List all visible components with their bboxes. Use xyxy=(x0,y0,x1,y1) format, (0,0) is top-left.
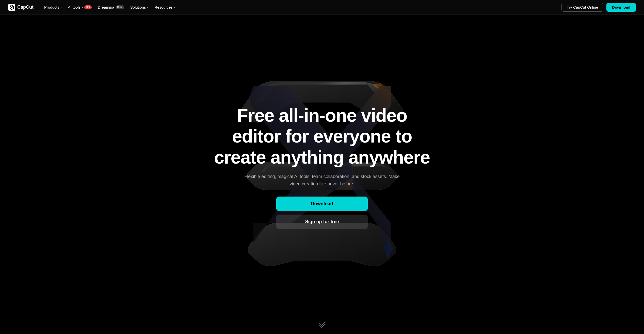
try-capcut-button[interactable]: Try CapCut Online xyxy=(561,3,604,12)
hero-content: Free all-in-one video editor for everyon… xyxy=(208,105,436,229)
nav-right: Try CapCut Online Download xyxy=(561,3,636,12)
nav-item-products[interactable]: Products ▾ xyxy=(42,4,64,11)
nav-item-dreamina[interactable]: Dreamina Beta xyxy=(95,4,127,11)
logo[interactable]: CapCut xyxy=(8,4,34,11)
navbar: CapCut Products ▾ AI tools ▾ Hot Dreamin… xyxy=(0,0,644,15)
hero-signup-button[interactable]: Sign up for free xyxy=(276,215,368,229)
beta-badge: Beta xyxy=(116,5,124,9)
hot-badge: Hot xyxy=(84,5,92,9)
nav-item-solutions[interactable]: Solutions ▾ xyxy=(128,4,151,11)
hero-download-button[interactable]: Download xyxy=(276,197,368,211)
nav-link-resources[interactable]: Resources ▾ xyxy=(152,4,178,11)
nav-item-ai-tools[interactable]: AI tools ▾ Hot xyxy=(65,4,94,11)
hero-subtitle: Flexible editing, magical AI tools, team… xyxy=(243,173,401,188)
nav-menu: Products ▾ AI tools ▾ Hot Dreamina Beta xyxy=(42,4,178,11)
nav-link-products[interactable]: Products ▾ xyxy=(42,4,64,11)
chevron-down-icon: ▾ xyxy=(174,6,175,9)
chevron-down-icon: ▾ xyxy=(147,6,148,9)
nav-download-button[interactable]: Download xyxy=(606,3,636,12)
nav-link-dreamina[interactable]: Dreamina Beta xyxy=(95,4,127,11)
hero-section: Free all-in-one video editor for everyon… xyxy=(0,0,644,334)
chevron-down-icon: ▾ xyxy=(60,6,62,9)
hero-title: Free all-in-one video editor for everyon… xyxy=(214,105,430,168)
scroll-indicator xyxy=(319,322,325,327)
hero-cta-group: Download Sign up for free xyxy=(276,197,368,229)
nav-link-ai-tools[interactable]: AI tools ▾ Hot xyxy=(65,4,94,11)
logo-text: CapCut xyxy=(17,5,34,10)
capcut-logo-icon xyxy=(8,4,15,11)
nav-item-resources[interactable]: Resources ▾ xyxy=(152,4,178,11)
chevron-down-icon: ▾ xyxy=(82,6,83,9)
nav-link-solutions[interactable]: Solutions ▾ xyxy=(128,4,151,11)
nav-left: CapCut Products ▾ AI tools ▾ Hot Dreamin… xyxy=(8,4,178,11)
